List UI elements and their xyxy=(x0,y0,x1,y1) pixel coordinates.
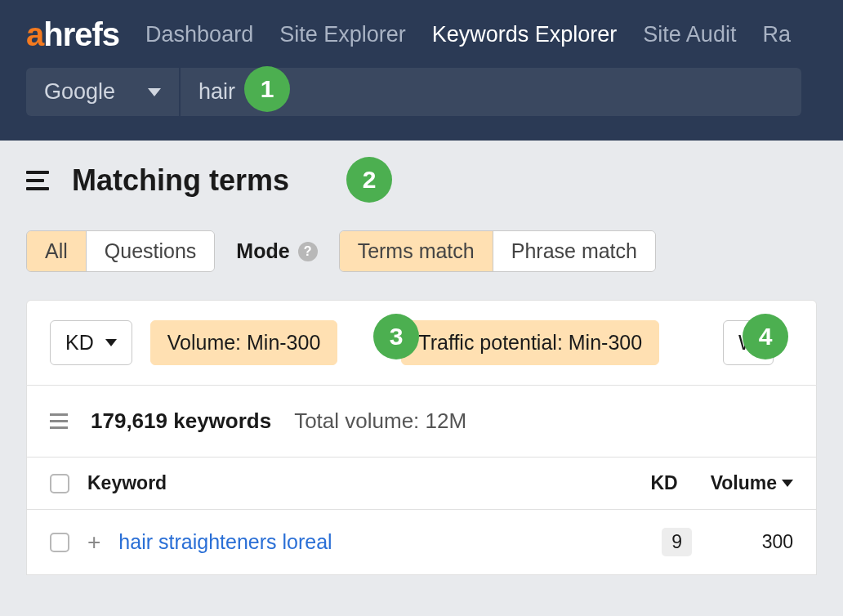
annotation-badge-4: 4 xyxy=(743,314,788,359)
help-icon[interactable]: ? xyxy=(298,242,318,261)
tab-questions[interactable]: Questions xyxy=(86,231,215,271)
annotation-badge-1: 1 xyxy=(244,66,290,112)
mode-label: Mode ? xyxy=(236,239,317,263)
results-summary: 179,619 keywords Total volume: 12M xyxy=(26,386,817,458)
select-all-checkbox[interactable] xyxy=(50,474,69,493)
traffic-filter-chip[interactable]: Traffic potential: Min-300 xyxy=(401,320,659,365)
table-header: Keyword KD Volume xyxy=(26,458,817,510)
volume-filter-chip[interactable]: Volume: Min-300 xyxy=(150,320,338,365)
top-nav: ahrefs Dashboard Site Explorer Keywords … xyxy=(0,0,843,68)
keyword-link[interactable]: hair straighteners loreal xyxy=(118,530,332,554)
search-row: Google hair 1 xyxy=(0,68,843,141)
logo-rest: hrefs xyxy=(43,16,119,52)
filter-tab-group: All Questions xyxy=(26,230,215,272)
column-kd[interactable]: KD xyxy=(650,472,677,494)
logo[interactable]: ahrefs xyxy=(26,16,119,53)
chevron-down-icon xyxy=(148,88,161,96)
chevron-down-icon xyxy=(105,339,117,346)
column-volume[interactable]: Volume xyxy=(711,472,793,494)
total-volume: Total volume: 12M xyxy=(294,408,466,434)
title-row: Matching terms 2 xyxy=(26,163,817,198)
annotation-badge-2: 2 xyxy=(346,157,392,203)
column-keyword[interactable]: Keyword xyxy=(87,472,167,494)
list-settings-icon[interactable] xyxy=(50,413,68,429)
sort-desc-icon xyxy=(782,480,793,487)
nav-keywords-explorer[interactable]: Keywords Explorer xyxy=(432,22,618,47)
tabs-row: All Questions Mode ? Terms match Phrase … xyxy=(26,230,817,272)
keyword-count: 179,619 keywords xyxy=(91,408,271,434)
app-header: ahrefs Dashboard Site Explorer Keywords … xyxy=(0,0,843,141)
mode-tab-group: Terms match Phrase match xyxy=(339,230,656,272)
expand-icon[interactable]: + xyxy=(87,529,100,556)
tab-all[interactable]: All xyxy=(27,231,86,271)
nav-rank[interactable]: Ra xyxy=(762,22,791,47)
engine-label: Google xyxy=(44,79,115,105)
tab-terms-match[interactable]: Terms match xyxy=(340,231,493,271)
kd-filter-button[interactable]: KD xyxy=(50,320,132,365)
search-input[interactable]: hair 1 xyxy=(181,68,801,116)
menu-icon[interactable] xyxy=(26,171,49,190)
tab-phrase-match[interactable]: Phrase match xyxy=(493,231,655,271)
search-value: hair xyxy=(198,79,235,104)
filters-bar: KD Volume: Min-300 3 Traffic potential: … xyxy=(26,300,817,386)
page-title: Matching terms xyxy=(72,163,289,198)
nav-dashboard[interactable]: Dashboard xyxy=(145,22,253,47)
row-checkbox[interactable] xyxy=(50,533,69,552)
kd-value: 9 xyxy=(662,528,692,556)
nav-site-audit[interactable]: Site Audit xyxy=(643,22,736,47)
table-row: + hair straighteners loreal 9 300 xyxy=(26,510,817,575)
annotation-badge-3: 3 xyxy=(373,314,419,359)
search-engine-select[interactable]: Google xyxy=(26,68,179,116)
logo-a: a xyxy=(26,16,43,52)
page-content: Matching terms 2 All Questions Mode ? Te… xyxy=(0,141,843,598)
volume-value: 300 xyxy=(726,531,793,553)
nav-site-explorer[interactable]: Site Explorer xyxy=(279,22,406,47)
